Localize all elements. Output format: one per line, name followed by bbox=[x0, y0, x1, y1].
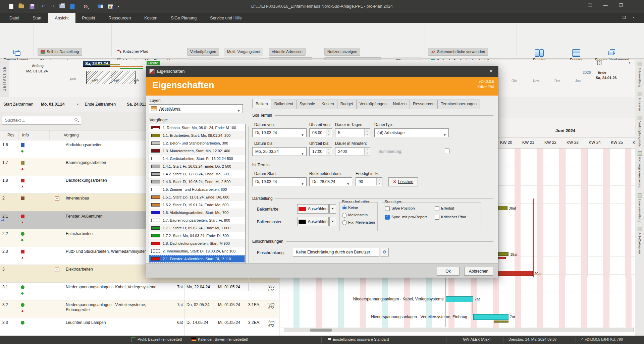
balkenmuster-dropdown[interactable]: ▼ bbox=[329, 217, 336, 226]
profil-link[interactable]: Profil: Bauzeit (eingebettet) bbox=[138, 337, 182, 341]
list-item[interactable]: 1.4.2. Start: Di, 12.03.24, Ende: Mo, 50… bbox=[149, 170, 245, 178]
toggle-verknuepfungen[interactable]: Verknüpfungen bbox=[187, 48, 219, 56]
dialog-close-icon[interactable]: ✕ bbox=[487, 68, 495, 74]
gantt-bar-innenausbau[interactable] bbox=[498, 206, 507, 210]
timeline-close-button[interactable]: x bbox=[627, 60, 632, 65]
uhrzeit-bis-spinner[interactable]: 17:00▲▼ bbox=[309, 147, 332, 156]
tab-balkentext[interactable]: Balkentext bbox=[271, 100, 297, 109]
gantt-bar-putz[interactable] bbox=[498, 252, 508, 256]
einstellungen-link[interactable]: Einstellungen: gripsware Standard bbox=[333, 337, 389, 341]
chevron-down-icon[interactable]: ▼ bbox=[76, 103, 79, 106]
tab-notizen[interactable]: Notizen bbox=[390, 100, 410, 109]
table-row[interactable]: 3.3 Leuchten und Lampen 6at Di, 14.05.24… bbox=[0, 318, 279, 336]
checkbox-erledigt[interactable]: Erledigt bbox=[435, 206, 454, 210]
toggle-virtuelle-adressen[interactable]: virtuelle Adressen bbox=[269, 48, 306, 56]
timeline-collapse-button[interactable]: [-] bbox=[596, 60, 602, 65]
sidebar-tab-vorgangsformatierung[interactable]: Vorgangsformatierung bbox=[638, 151, 642, 188]
abbrechen-button[interactable]: Abbrechen bbox=[464, 267, 493, 276]
radio-meilenstein[interactable]: Meilenstein bbox=[342, 213, 368, 217]
heute-chip[interactable]: Heute bbox=[147, 61, 160, 65]
list-item[interactable]: 1.4.1. Start: Fr, 16.02.24, Ende: Do, 2 … bbox=[149, 163, 245, 170]
loeschen-button[interactable]: ✕Löschen bbox=[388, 177, 418, 186]
dauertyp-select[interactable]: (at) Arbeitstage▼ bbox=[374, 128, 449, 137]
tab-balken[interactable]: Balken bbox=[252, 99, 271, 108]
tab-projekt[interactable]: Projekt bbox=[75, 13, 102, 23]
col-vorgang[interactable]: Vorgang bbox=[64, 133, 79, 137]
gantt-bar-putz-ist[interactable] bbox=[498, 257, 506, 259]
fullscreen-icon[interactable]: ⛶ bbox=[586, 3, 594, 8]
einschraenkung-value[interactable]: Keine Einschränkung durch den Benutzer bbox=[293, 248, 379, 256]
list-item[interactable]: 1.5.1. Start: Do, 11.01.24, Ende: Do, 60… bbox=[149, 193, 245, 201]
list-item[interactable]: 1.7.1. Start: Fr, 09.02.24, Ende: Mi, 1 … bbox=[149, 224, 245, 232]
balkenfarbe-button[interactable]: Auswählen bbox=[297, 204, 329, 214]
tab-verknuepfungen[interactable]: Verknüpfungen bbox=[356, 100, 390, 109]
datum-bis-select[interactable]: Mo, 25.03.24▼ bbox=[252, 147, 307, 156]
sidebar-tab-layerverwaltung[interactable]: Layerverwaltung bbox=[638, 193, 642, 222]
doc-close-icon[interactable]: × bbox=[630, 15, 637, 19]
sidebar-tab-verknuepfungsliste[interactable]: Verknüpfungsliste bbox=[638, 116, 642, 147]
tab-ressourcen[interactable]: Ressourcen bbox=[102, 13, 138, 23]
zeitachse-vertical-tab[interactable]: ZEITACHSE bbox=[0, 60, 9, 97]
scrollbar-thumb[interactable] bbox=[310, 329, 332, 332]
tab-kosten[interactable]: Kosten bbox=[138, 13, 164, 23]
datum-start-select[interactable]: Di, 19.03.24▼ bbox=[252, 177, 307, 186]
list-item[interactable]: 1.4. Gerüstarbeiten, Start: Fr, 16.02.24… bbox=[149, 155, 245, 163]
datum-von-select[interactable]: Di, 19.03.24▼ bbox=[252, 128, 307, 137]
balkenfarbe-dropdown[interactable]: ▼ bbox=[329, 204, 336, 214]
checkbox-kritischer-pfad[interactable]: Kritischer Pfad bbox=[435, 215, 466, 219]
soll-ist-darstellung-toggle[interactable]: Soll-Ist Darstellung bbox=[38, 48, 82, 56]
table-row[interactable]: 3.2 ▲ Niederspannungsanlagen - Verteiler… bbox=[0, 300, 279, 318]
timeline-hatched-segment[interactable] bbox=[86, 71, 111, 84]
tab-symbole[interactable]: Symbole bbox=[296, 100, 319, 109]
kritischer-pfad-toggle[interactable]: Kritischer Pfad bbox=[115, 48, 151, 56]
kalender-link[interactable]: Kalender: Bayern (eingebettet) bbox=[198, 337, 248, 341]
gantt-bar-kabel[interactable] bbox=[446, 296, 473, 302]
tab-ansicht[interactable]: Ansicht bbox=[48, 13, 75, 23]
list-item[interactable]: 1.8. Dachdeckungsarbeiten, Start: M 900 bbox=[149, 240, 245, 247]
list-item-selected[interactable]: 2.1. Fenster; Außentüren, Start: Di, 1! … bbox=[149, 255, 245, 263]
list-item[interactable]: 1.4.3. Start: Di, 19.03.24, Ende: Mi, 2 … bbox=[149, 178, 245, 186]
layer-select[interactable]: Arbeitslayer ▼ bbox=[149, 104, 243, 113]
list-item[interactable]: 2. Innenausbau, Start: Di, 19.03.24, Enc… bbox=[149, 247, 245, 255]
list-item[interactable]: 1.3. Mauerarbeiten, Start: Mo, 12.02. 40… bbox=[149, 147, 245, 155]
doc-minimize-icon[interactable]: — bbox=[611, 15, 619, 19]
rueckmeldedatum-select[interactable]: Do, 28.03.24▼ bbox=[309, 177, 352, 186]
radio-keine[interactable]: Keine bbox=[342, 206, 358, 210]
doc-restore-icon[interactable]: ❐ bbox=[621, 15, 628, 20]
sidebar-tab-stilverwaltung[interactable]: Stilverwaltung bbox=[638, 62, 642, 87]
checkbox-sige-position[interactable]: SiGe Position bbox=[385, 206, 415, 210]
erledigt-spinner[interactable]: 90▲▼ bbox=[356, 177, 382, 186]
list-item[interactable]: 1.7. Baureinigungsarbeiten, Start: Fr, 8… bbox=[149, 217, 245, 224]
tab-datei[interactable]: Datei bbox=[3, 13, 26, 23]
ende-zeitrahmen-value[interactable]: Sa, 24.01.2 bbox=[127, 102, 147, 107]
tab-service-hilfe[interactable]: Service und Hilfe bbox=[203, 13, 249, 23]
einschraenkung-settings-button[interactable]: ⚙ bbox=[380, 248, 389, 256]
collapse-icon[interactable]: − bbox=[55, 268, 59, 272]
gantt-bar-verteiler[interactable] bbox=[473, 314, 508, 320]
tab-kosten[interactable]: Kosten bbox=[318, 100, 337, 109]
dialog-title-bar[interactable]: Eigenschaften ✕ bbox=[146, 66, 498, 77]
table-row[interactable]: 3.1 ◆ Niederspannungsanlagen - Kabel, Ve… bbox=[0, 283, 279, 300]
tab-budget[interactable]: Budget bbox=[337, 100, 357, 109]
list-item[interactable]: 1.6. Abdichtungsarbeiten, Start: Mo, 700 bbox=[149, 209, 245, 217]
dauer-tage-spinner[interactable]: 5▲▼ bbox=[335, 128, 370, 137]
tab-ressourcen[interactable]: Ressourcen bbox=[410, 100, 438, 109]
minimize-icon[interactable]: — bbox=[601, 3, 610, 8]
sidebar-tab-adressen[interactable]: Adressen bbox=[638, 92, 642, 111]
vorgaenge-listbox[interactable]: 1. Rohbau, Start: Mo, 08.01.24, Ende: M … bbox=[149, 124, 246, 264]
toggle-multi-vorgangstext[interactable]: Multi. Vorgangstext bbox=[224, 48, 263, 56]
radio-fix-meilenstein[interactable]: Fix. Meilenstein bbox=[342, 220, 375, 224]
list-item[interactable]: 1.1. Erdarbeiten, Start: Mo, 08.01.24, 2… bbox=[149, 132, 245, 139]
collapse-icon[interactable]: − bbox=[55, 196, 59, 201]
list-item[interactable]: 1.7.2. Start: Mo, 04.03.24, Ende: Di, 80… bbox=[149, 232, 245, 240]
dauer-min-spinner[interactable]: 2400▲▼ bbox=[335, 147, 370, 156]
list-item[interactable]: 1.5.2. Start: Fr, 19.01.24, Ende: Mo, 60… bbox=[149, 201, 245, 209]
tab-start[interactable]: Start bbox=[26, 13, 48, 23]
tab-terminerinnerungen[interactable]: Terminerinnerungen bbox=[437, 100, 480, 109]
seitenumbrueche-toggle[interactable]: Seitenumbrüche verwenden bbox=[428, 48, 488, 56]
uhrzeit-von-spinner[interactable]: 08:00▲▼ bbox=[309, 128, 332, 137]
col-info[interactable]: Info bbox=[22, 133, 29, 137]
maximize-icon[interactable]: ❐ bbox=[616, 3, 625, 8]
start-zeitrahmen-value[interactable]: Mo, 01.01.24 bbox=[41, 102, 65, 107]
list-item[interactable]: 1. Rohbau, Start: Mo, 08.01.24, Ende: M … bbox=[149, 124, 245, 132]
